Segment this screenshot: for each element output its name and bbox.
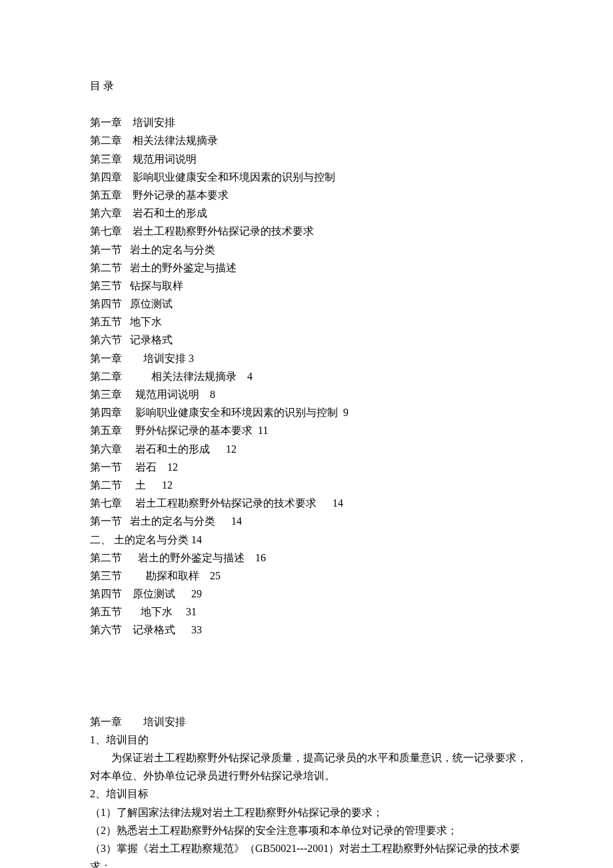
toc-item: 第二节 土 12 — [90, 476, 530, 494]
section2-title: 2、培训目标 — [90, 785, 530, 803]
section2-item: （3）掌握《岩土工程勘察规范》（GB50021---2001）对岩土工程勘察野外… — [90, 839, 530, 868]
toc-item: 第四节 原位测试 29 — [90, 585, 530, 603]
toc-item: 第一节 岩土的定名与分类 — [90, 241, 530, 259]
toc-item: 第二章 相关法律法规摘录 4 — [90, 367, 530, 385]
toc-title: 目 录 — [90, 77, 530, 95]
toc-item: 第二节 岩土的野外鉴定与描述 16 — [90, 549, 530, 567]
section2-item: （1）了解国家法律法规对岩土工程勘察野外钻探记录的要求； — [90, 803, 530, 821]
chapter1-heading: 第一章 培训安排 — [90, 713, 530, 731]
toc-item: 第六节 记录格式 33 — [90, 621, 530, 639]
section1-body: 为保证岩土工程勘察野外钻探记录质量，提高记录员的水平和质量意识，统一记录要求，对… — [90, 749, 530, 785]
toc-item: 第四章 影响职业健康安全和环境因素的识别与控制 9 — [90, 403, 530, 421]
toc-item: 第七章 岩土工程勘察野外钻探记录的技术要求 — [90, 222, 530, 240]
toc-item: 第一章 培训安排 3 — [90, 349, 530, 367]
toc-item: 第五节 地下水 31 — [90, 603, 530, 621]
toc-item: 第三节 钻探与取样 — [90, 277, 530, 295]
toc-item: 第六节 记录格式 — [90, 331, 530, 349]
toc-item: 第一节 岩土的定名与分类 14 — [90, 512, 530, 530]
toc-item: 第七章 岩土工程勘察野外钻探记录的技术要求 14 — [90, 494, 530, 512]
toc-item: 第二节 岩土的野外鉴定与描述 — [90, 259, 530, 277]
toc-item: 第六章 岩石和土的形成 12 — [90, 440, 530, 458]
toc-item: 第五章 野外钻探记录的基本要求 11 — [90, 421, 530, 439]
toc-item: 第一章 培训安排 — [90, 113, 530, 131]
toc-item: 二、 土的定名与分类 14 — [90, 531, 530, 549]
toc-item: 第三节 勘探和取样 25 — [90, 567, 530, 585]
toc-item: 第五章 野外记录的基本要求 — [90, 186, 530, 204]
document-page: 目 录 第一章 培训安排 第二章 相关法律法规摘录 第三章 规范用词说明 第四章… — [0, 0, 613, 868]
toc-item: 第三章 规范用词说明 8 — [90, 385, 530, 403]
toc-item: 第一节 岩石 12 — [90, 458, 530, 476]
toc-item: 第四节 原位测试 — [90, 295, 530, 313]
section1-title: 1、培训目的 — [90, 731, 530, 749]
spacer — [90, 639, 530, 713]
toc-item: 第五节 地下水 — [90, 313, 530, 331]
toc-item: 第六章 岩石和土的形成 — [90, 204, 530, 222]
toc-list-part1: 第一章 培训安排 第二章 相关法律法规摘录 第三章 规范用词说明 第四章 影响职… — [90, 113, 530, 349]
toc-item: 第三章 规范用词说明 — [90, 150, 530, 168]
toc-item: 第二章 相关法律法规摘录 — [90, 131, 530, 149]
toc-list-part2: 第一章 培训安排 3 第二章 相关法律法规摘录 4 第三章 规范用词说明 8 第… — [90, 349, 530, 639]
toc-item: 第四章 影响职业健康安全和环境因素的识别与控制 — [90, 168, 530, 186]
section2-item: （2）熟悉岩土工程勘察野外钻探的安全注意事项和本单位对记录的管理要求； — [90, 821, 530, 839]
